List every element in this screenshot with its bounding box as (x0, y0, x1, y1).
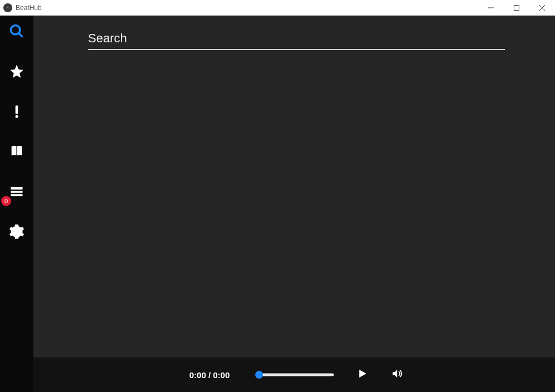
search-icon (9, 23, 25, 41)
svg-rect-8 (16, 106, 18, 114)
search-placeholder: Search (88, 31, 127, 45)
svg-rect-11 (11, 191, 23, 193)
minimize-button[interactable] (478, 0, 504, 16)
volume-button[interactable] (391, 367, 403, 382)
time-display: 0:00 / 0:00 (186, 370, 233, 380)
queue-icon (9, 184, 25, 202)
sidebar: 0 (0, 16, 33, 392)
sidebar-item-library[interactable] (0, 144, 33, 161)
sidebar-item-favorites[interactable] (0, 63, 33, 81)
volume-icon (391, 372, 403, 381)
svg-rect-3 (514, 5, 519, 10)
content-area: Search (33, 16, 555, 357)
sidebar-item-queue[interactable]: 0 (0, 184, 33, 202)
window-titlebar: BeatHub (0, 0, 555, 16)
sidebar-item-settings[interactable] (0, 224, 33, 242)
seek-slider[interactable] (256, 371, 334, 379)
svg-point-1 (7, 7, 9, 8)
sidebar-item-alerts[interactable] (0, 104, 33, 121)
maximize-button[interactable] (504, 0, 529, 16)
star-icon (9, 63, 25, 81)
svg-point-6 (11, 26, 20, 35)
exclamation-icon (9, 104, 25, 121)
gear-icon (9, 224, 25, 242)
svg-rect-10 (11, 187, 23, 190)
svg-line-7 (19, 33, 23, 37)
play-icon (356, 372, 368, 381)
search-input[interactable]: Search (88, 31, 505, 50)
play-button[interactable] (356, 367, 368, 382)
book-icon (9, 144, 25, 161)
queue-badge: 0 (1, 196, 11, 206)
close-button[interactable] (529, 0, 555, 16)
svg-rect-12 (11, 194, 23, 197)
window-title: BeatHub (16, 4, 42, 12)
player-bar: 0:00 / 0:00 (33, 357, 555, 392)
sidebar-item-search[interactable] (0, 23, 33, 41)
svg-rect-9 (16, 115, 18, 118)
app-icon (3, 3, 12, 12)
